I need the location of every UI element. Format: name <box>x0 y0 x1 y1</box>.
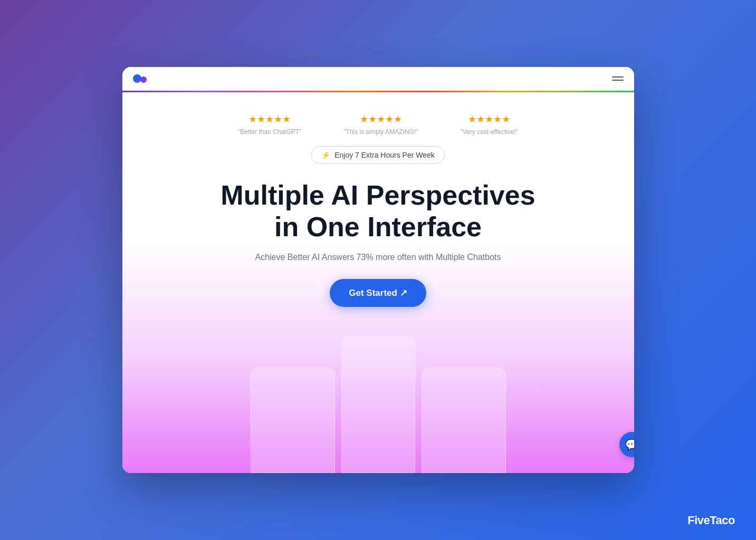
chat-icon: 💬 <box>625 438 634 451</box>
logo-bubble-purple <box>140 76 147 83</box>
badge-container: ⚡ Enjoy 7 Extra Hours Per Week <box>311 146 445 164</box>
decoration-card-2 <box>341 336 415 473</box>
review-item-1: ★★★★★ "Better than ChatGPT" <box>238 113 302 136</box>
page-content: ★★★★★ "Better than ChatGPT" ★★★★★ "This … <box>122 92 634 473</box>
reviews-row: ★★★★★ "Better than ChatGPT" ★★★★★ "This … <box>238 113 518 136</box>
review-item-2: ★★★★★ "This is simply AMAZING!" <box>343 113 418 136</box>
heading-line-1: Multiple AI Perspectives <box>221 180 535 210</box>
review-text-3: "Very cost-effective!" <box>461 128 519 136</box>
stars-3: ★★★★★ <box>468 113 510 125</box>
hamburger-menu-button[interactable] <box>612 76 624 81</box>
promo-badge: ⚡ Enjoy 7 Extra Hours Per Week <box>311 146 445 164</box>
brand-watermark: FiveTaco <box>687 514 735 527</box>
browser-chrome <box>122 67 634 91</box>
get-started-button[interactable]: Get Started ↗ <box>330 279 426 307</box>
main-heading: Multiple AI Perspectives in One Interfac… <box>221 180 535 243</box>
decoration-card-1 <box>251 368 335 473</box>
app-logo <box>133 74 147 83</box>
heading-line-2: in One Interface <box>274 211 482 242</box>
browser-window: ★★★★★ "Better than ChatGPT" ★★★★★ "This … <box>122 67 634 473</box>
ui-decoration <box>251 336 506 473</box>
stars-2: ★★★★★ <box>360 113 402 125</box>
lightning-icon: ⚡ <box>321 151 330 159</box>
stars-1: ★★★★★ <box>248 113 291 125</box>
review-item-3: ★★★★★ "Very cost-effective!" <box>461 113 519 136</box>
decoration-card-3 <box>422 368 506 473</box>
review-text-2: "This is simply AMAZING!" <box>343 128 418 136</box>
sub-heading: Achieve Better AI Answers 73% more often… <box>255 253 501 262</box>
review-text-1: "Better than ChatGPT" <box>238 128 302 136</box>
badge-label: Enjoy 7 Extra Hours Per Week <box>334 151 435 159</box>
